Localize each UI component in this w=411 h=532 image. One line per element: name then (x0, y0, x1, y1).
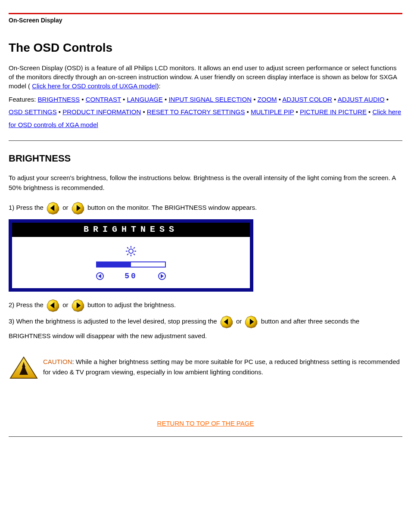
sep: • (332, 96, 338, 103)
step-1: 1) Press the or button on the monitor. T… (9, 200, 402, 215)
return-top-link[interactable]: RETURN TO TOP OF THE PAGE (9, 420, 402, 427)
svg-line-12 (127, 254, 128, 255)
feature-language[interactable]: LANGUAGE (127, 96, 162, 103)
svg-line-10 (134, 254, 135, 255)
brightness-osd-panel: BRIGHTNESS (9, 219, 253, 292)
brightness-para: To adjust your screen's brightness, foll… (9, 173, 402, 193)
osd-value: 50 (125, 272, 137, 280)
divider-bottom (9, 436, 402, 437)
feature-reset[interactable]: RESET TO FACTORY SETTINGS (147, 108, 245, 115)
brightness-heading: BRIGHTNESS (9, 153, 402, 164)
step3-mid: or (236, 317, 244, 325)
svg-line-11 (134, 247, 135, 249)
left-arrow-icon (46, 201, 60, 215)
brightness-progress (96, 261, 166, 268)
svg-point-4 (129, 249, 133, 253)
sep: • (141, 108, 147, 115)
sep: • (245, 108, 251, 115)
caution-icon (9, 356, 39, 381)
osd-title: BRIGHTNESS (12, 223, 250, 237)
feature-contrast[interactable]: CONTRAST (86, 96, 121, 103)
brightness-progress-fill (97, 262, 131, 267)
feature-adjust-color[interactable]: ADJUST COLOR (282, 96, 332, 103)
feature-multiple-pip[interactable]: MULTIPLE PIP (251, 108, 294, 115)
section-title: On-Screen Display (9, 13, 402, 24)
caution-block: CAUTION: While a higher brightness setti… (9, 356, 402, 381)
step1-mid: or (62, 204, 70, 211)
features-block: Features: BRIGHTNESS • CONTRAST • LANGUA… (9, 93, 402, 131)
sep: • (385, 96, 389, 103)
left-arrow-icon (46, 299, 60, 312)
step1-after: button on the monitor. The BRIGHTNESS wi… (87, 204, 257, 211)
svg-marker-16 (161, 274, 164, 278)
osd-left-arrow-icon (96, 272, 104, 280)
step-2: 2) Press the or button to adjust the bri… (9, 298, 402, 312)
feature-pip[interactable]: PICTURE IN PICTURE (300, 108, 367, 115)
feature-brightness[interactable]: BRIGHTNESS (38, 96, 80, 103)
left-arrow-icon (220, 315, 234, 329)
caution-text: CAUTION: While a higher brightness setti… (43, 356, 402, 377)
sep: • (80, 96, 86, 103)
caution-label: CAUTION (43, 358, 72, 365)
right-arrow-icon (244, 315, 258, 329)
step-3: 3) When the brightness is adjusted to th… (9, 314, 402, 343)
feature-zoom[interactable]: ZOOM (258, 96, 277, 103)
page-title: The OSD Controls (9, 41, 402, 55)
sep: • (277, 96, 283, 103)
right-arrow-icon (71, 201, 85, 215)
sep: • (57, 108, 63, 115)
intro-text-after: ): (156, 82, 160, 90)
svg-line-9 (127, 247, 128, 249)
sep: • (252, 96, 258, 103)
feature-adjust-audio[interactable]: ADJUST AUDIO (338, 96, 385, 103)
step3-before: 3) When the brightness is adjusted to th… (9, 317, 219, 325)
step2-mid: or (62, 301, 70, 308)
sep: • (121, 96, 127, 103)
svg-marker-14 (98, 274, 101, 278)
features-label: Features: (9, 96, 36, 103)
feature-input-signal[interactable]: INPUT SIGNAL SELECTION (168, 96, 252, 103)
sep: • (294, 108, 300, 115)
right-arrow-icon (71, 299, 85, 312)
step1-before: 1) Press the (9, 204, 45, 211)
intro-paragraph: On-Screen Display (OSD) is a feature of … (9, 63, 402, 90)
feature-product-info[interactable]: PRODUCT INFORMATION (62, 108, 141, 115)
divider (9, 140, 402, 141)
sep: • (367, 108, 373, 115)
feature-osd-settings[interactable]: OSD SETTINGS (9, 108, 57, 115)
sun-icon (125, 246, 137, 258)
caution-body: : While a higher brightness setting may … (43, 358, 400, 375)
step2-after: button to adjust the brightness. (87, 301, 176, 308)
step2-before: 2) Press the (9, 301, 45, 308)
osd-right-arrow-icon (158, 272, 166, 280)
sep: • (163, 96, 169, 103)
uxga-model-link[interactable]: Click here for OSD controls of UXGA mode… (32, 82, 156, 90)
